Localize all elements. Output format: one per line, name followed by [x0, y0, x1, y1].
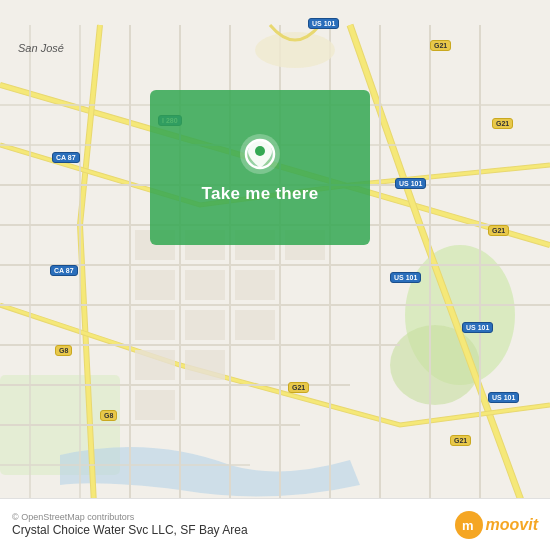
- road-badge-g21-bot: G21: [288, 382, 309, 393]
- copyright-text: © OpenStreetMap contributors: [12, 512, 248, 522]
- svg-rect-33: [235, 310, 275, 340]
- svg-rect-29: [185, 270, 225, 300]
- bottom-left-info: © OpenStreetMap contributors Crystal Cho…: [12, 512, 248, 537]
- svg-point-2: [390, 325, 480, 405]
- take-me-there-button[interactable]: Take me there: [202, 184, 319, 204]
- city-label: San José: [18, 42, 64, 54]
- map-background: San José US 101 I 280 CA 87 US 101 G21 G…: [0, 0, 550, 550]
- moovit-logo: m moovit: [455, 511, 538, 539]
- svg-rect-30: [235, 270, 275, 300]
- svg-rect-36: [135, 390, 175, 420]
- road-badge-g21-botright: G21: [450, 435, 471, 446]
- road-badge-g21-right1: G21: [492, 118, 513, 129]
- road-badge-us101-bot1: US 101: [390, 272, 421, 283]
- road-badge-us101-mid: US 101: [395, 178, 426, 189]
- svg-rect-34: [135, 350, 175, 380]
- highlight-box: Take me there: [150, 90, 370, 245]
- bottom-bar: © OpenStreetMap contributors Crystal Cho…: [0, 498, 550, 550]
- location-pin-icon: [238, 132, 282, 176]
- road-badge-ca87-bot: CA 87: [50, 265, 78, 276]
- svg-point-37: [255, 32, 335, 68]
- road-badge-g8-left: G8: [55, 345, 72, 356]
- svg-rect-31: [135, 310, 175, 340]
- svg-rect-32: [185, 310, 225, 340]
- moovit-icon: m: [455, 511, 483, 539]
- map-roads: [0, 0, 550, 550]
- svg-rect-28: [135, 270, 175, 300]
- place-name: Crystal Choice Water Svc LLC, SF Bay Are…: [12, 523, 248, 537]
- svg-rect-35: [185, 350, 225, 380]
- road-badge-g21-top: G21: [430, 40, 451, 51]
- svg-point-40: [255, 146, 265, 156]
- road-badge-g8-bot: G8: [100, 410, 117, 421]
- road-badge-ca87-top: CA 87: [52, 152, 80, 163]
- road-badge-us101-top: US 101: [308, 18, 339, 29]
- map-container: San José US 101 I 280 CA 87 US 101 G21 G…: [0, 0, 550, 550]
- road-badge-us101-bot3: US 101: [488, 392, 519, 403]
- road-badge-us101-bot2: US 101: [462, 322, 493, 333]
- road-badge-g21-right2: G21: [488, 225, 509, 236]
- moovit-m-icon: m: [460, 516, 478, 534]
- moovit-text: moovit: [486, 516, 538, 534]
- svg-text:m: m: [462, 518, 474, 533]
